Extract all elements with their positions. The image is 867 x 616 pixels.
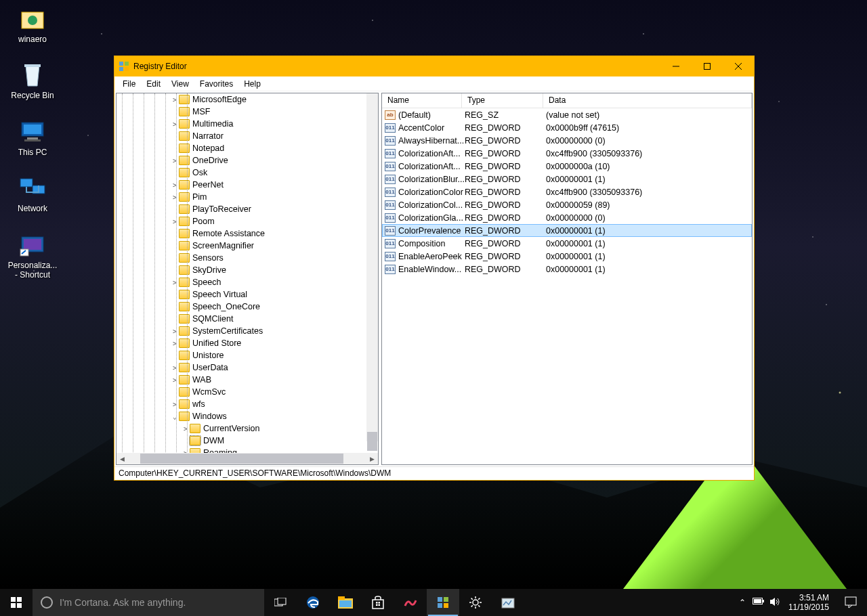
value-data: 0x00000000 (0) <box>546 213 752 223</box>
chevron-right-icon[interactable]: > <box>171 328 179 335</box>
tree-node-label: Speech_OneCore <box>192 302 260 311</box>
folder-icon <box>190 448 200 453</box>
registry-value-row[interactable]: 011AlwaysHibernat...REG_DWORD0x00000000 … <box>382 134 752 147</box>
desktop-icon-winaero[interactable]: winaero <box>5 5 60 44</box>
registry-value-row[interactable]: 011ColorizationGla...REG_DWORD0x00000000… <box>382 211 752 224</box>
taskbar-app-winaero[interactable] <box>394 589 427 616</box>
desktop-icon-recycle-bin[interactable]: Recycle Bin <box>5 62 60 100</box>
close-button[interactable] <box>723 56 754 76</box>
tree-node-label: WcmSvc <box>192 387 226 397</box>
store-icon <box>371 596 385 609</box>
registry-value-row[interactable]: 011EnableWindow...REG_DWORD0x00000001 (1… <box>382 263 752 276</box>
registry-value-row[interactable]: 011ColorizationBlur...REG_DWORD0x0000000… <box>382 173 752 185</box>
chevron-right-icon[interactable]: > <box>171 376 179 384</box>
chevron-right-icon[interactable]: > <box>171 194 179 201</box>
menubar: File Edit View Favorites Help <box>114 76 754 91</box>
values-list[interactable]: ab(Default)REG_SZ(value not set)011Accen… <box>382 108 752 464</box>
registry-value-row[interactable]: 011EnableAeroPeekREG_DWORD0x00000001 (1) <box>382 250 752 263</box>
minimize-button[interactable] <box>660 56 692 76</box>
start-button[interactable] <box>0 589 33 616</box>
tree-pane: >MicrosoftEdgeMSF>MultimediaNarratorNote… <box>116 93 379 465</box>
svg-rect-34 <box>379 604 381 607</box>
taskbar: I'm Cortana. Ask me anything. ⌃ 3:51 AM … <box>0 589 867 616</box>
dword-value-icon: 011 <box>385 175 396 184</box>
taskbar-app-settings[interactable] <box>459 589 492 616</box>
cortana-search[interactable]: I'm Cortana. Ask me anything. <box>33 589 264 616</box>
column-data[interactable]: Data <box>543 93 752 108</box>
svg-rect-20 <box>11 597 16 602</box>
taskbar-app-regedit[interactable] <box>427 589 459 616</box>
folder-icon <box>179 338 190 348</box>
chevron-right-icon[interactable]: > <box>171 401 179 408</box>
task-view-button[interactable] <box>264 589 297 616</box>
svg-rect-31 <box>376 602 378 604</box>
svg-rect-23 <box>17 603 22 608</box>
tray-overflow-button[interactable]: ⌃ <box>734 598 750 607</box>
chevron-right-icon[interactable]: > <box>171 181 179 189</box>
menu-favorites[interactable]: Favorites <box>194 78 238 90</box>
menu-edit[interactable]: Edit <box>141 78 166 90</box>
folder-icon <box>179 302 190 311</box>
value-name: EnableAeroPeek <box>398 252 465 261</box>
registry-value-row[interactable]: 011ColorizationColorREG_DWORD0xc4ffb900 … <box>382 185 752 198</box>
taskbar-app-store[interactable] <box>362 589 394 616</box>
value-name: AlwaysHibernat... <box>398 136 465 146</box>
taskbar-app-edge[interactable] <box>297 589 329 616</box>
taskbar-app-explorer[interactable] <box>329 589 362 616</box>
chevron-right-icon[interactable]: > <box>171 279 179 286</box>
titlebar[interactable]: Registry Editor <box>114 56 754 76</box>
desktop-icon-this-pc[interactable]: This PC <box>5 118 60 157</box>
folder-user-icon <box>18 5 47 32</box>
chevron-right-icon[interactable]: > <box>171 218 179 225</box>
registry-value-row[interactable]: 011ColorizationCol...REG_DWORD0x00000059… <box>382 198 752 211</box>
tray-battery-icon[interactable] <box>750 598 767 608</box>
file-explorer-icon <box>338 596 353 609</box>
chevron-right-icon[interactable]: > <box>171 364 179 372</box>
taskbar-app-generic[interactable] <box>492 589 524 616</box>
tree-vertical-scrollbar[interactable] <box>366 93 378 441</box>
menu-view[interactable]: View <box>166 78 194 90</box>
tree-horizontal-scrollbar[interactable]: ◀ ▶ <box>117 453 378 464</box>
registry-value-row[interactable]: 011ColorPrevalenceREG_DWORD0x00000001 (1… <box>382 224 752 237</box>
maximize-button[interactable] <box>692 56 723 76</box>
registry-value-row[interactable]: 011ColorizationAft...REG_DWORD0xc4ffb900… <box>382 147 752 160</box>
column-type[interactable]: Type <box>462 93 543 108</box>
registry-tree[interactable]: >MicrosoftEdgeMSF>MultimediaNarratorNote… <box>117 93 378 453</box>
value-data: 0x0000b9ff (47615) <box>546 123 752 133</box>
registry-value-row[interactable]: ab(Default)REG_SZ(value not set) <box>382 108 752 121</box>
value-type: REG_DWORD <box>465 200 546 210</box>
window-title: Registry Editor <box>133 62 660 71</box>
registry-value-row[interactable]: 011AccentColorREG_DWORD0x0000b9ff (47615… <box>382 121 752 134</box>
taskbar-clock[interactable]: 3:51 AM 11/19/2015 <box>783 593 834 613</box>
desktop-icon-label: Recycle Bin <box>5 91 60 100</box>
desktop-icon-network[interactable]: Network <box>5 175 60 213</box>
search-placeholder: I'm Cortana. Ask me anything. <box>60 597 186 608</box>
desktop-icon-personalization-shortcut[interactable]: Personaliza... - Shortcut <box>5 232 60 280</box>
chevron-down-icon[interactable]: ⌄ <box>171 413 179 420</box>
chevron-right-icon[interactable]: > <box>171 120 179 128</box>
tree-node-label: Remote Assistance <box>192 229 265 238</box>
tree-node-label: CurrentVersion <box>203 424 259 433</box>
svg-rect-29 <box>339 600 352 607</box>
registry-value-row[interactable]: 011CompositionREG_DWORD0x00000001 (1) <box>382 237 752 250</box>
chevron-right-icon[interactable]: > <box>171 96 179 104</box>
svg-line-44 <box>471 598 473 600</box>
folder-icon <box>179 314 190 324</box>
value-data: 0xc4ffb900 (3305093376) <box>546 188 752 197</box>
tray-volume-icon[interactable] <box>767 597 783 609</box>
tree-node-label: OneDrive <box>192 156 228 165</box>
action-center-button[interactable] <box>834 589 867 616</box>
registry-value-row[interactable]: 011ColorizationAft...REG_DWORD0x0000000a… <box>382 160 752 173</box>
menu-help[interactable]: Help <box>238 78 266 90</box>
column-name[interactable]: Name <box>382 93 462 108</box>
menu-file[interactable]: File <box>117 78 141 90</box>
chevron-right-icon[interactable]: > <box>171 340 179 347</box>
value-data: 0x00000059 (89) <box>546 200 752 210</box>
scroll-left-icon[interactable]: ◀ <box>117 453 128 464</box>
scroll-right-icon[interactable]: ▶ <box>366 453 378 464</box>
svg-rect-33 <box>376 604 378 607</box>
chevron-right-icon[interactable]: > <box>171 157 179 164</box>
app-icon <box>501 596 515 609</box>
chevron-right-icon[interactable]: > <box>182 425 190 433</box>
value-type: REG_DWORD <box>465 226 546 236</box>
